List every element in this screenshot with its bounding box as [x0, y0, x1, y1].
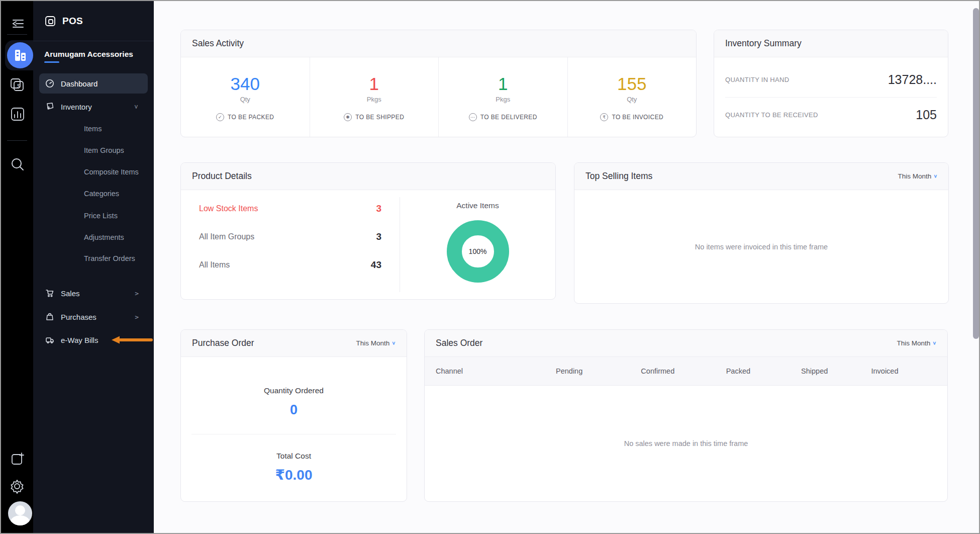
column-invoiced[interactable]: Invoiced [871, 367, 936, 375]
pd-value: 43 [371, 259, 381, 271]
app-rail: $ [1, 1, 33, 533]
stat-label: ₹TO BE INVOICED [600, 113, 663, 121]
pos-window-icon [44, 15, 56, 27]
stat-value: 155 [617, 74, 646, 94]
sidebar: POS Arumugam Accessories Dashboard Inven… [33, 1, 154, 533]
purchase-order-card: Purchase Order This Month> Quantity Orde… [180, 329, 407, 502]
shopping-bag-icon [45, 312, 54, 321]
svg-text:$: $ [17, 83, 20, 89]
collapse-sidebar-icon[interactable] [1, 17, 33, 30]
organization-underline [44, 61, 59, 63]
app-window: $ [0, 0, 980, 534]
dashboard-main: Sales Activity 340 Qty ✓TO BE PACKED 1 P… [154, 1, 980, 533]
sidebar-item-adjustments[interactable]: Adjustments [84, 233, 124, 241]
top-selling-title: Top Selling Items [585, 171, 652, 182]
sales-order-table-header: Channel Pending Confirmed Packed Shipped… [425, 357, 947, 386]
sidebar-item-categories[interactable]: Categories [84, 190, 119, 198]
truck-icon [45, 335, 54, 344]
stat-to-be-packed[interactable]: 340 Qty ✓TO BE PACKED [181, 57, 310, 137]
dashboard-icon [45, 79, 54, 88]
sales-order-card: Sales Order This Month> Channel Pending … [424, 329, 948, 502]
top-selling-empty-state: No items were invoiced in this time fram… [574, 190, 948, 303]
vertical-scrollbar-thumb[interactable] [973, 8, 979, 339]
column-packed[interactable]: Packed [726, 367, 801, 375]
inv-value: 105 [916, 108, 937, 122]
stat-unit: Pkgs [367, 96, 381, 103]
add-document-icon[interactable] [1, 452, 33, 467]
stat-to-be-invoiced[interactable]: 155 Qty ₹TO BE INVOICED [568, 57, 697, 137]
app-title: POS [62, 16, 83, 27]
sidebar-item-items[interactable]: Items [84, 125, 102, 133]
inventory-summary-title: Inventory Summary [725, 38, 802, 49]
stat-unit: Pkgs [496, 96, 510, 103]
sidebar-item-label: Inventory [61, 103, 92, 111]
stat-to-be-shipped[interactable]: 1 Pkgs ✱TO BE SHIPPED [310, 57, 439, 137]
inv-value: 13728.... [888, 72, 937, 87]
sidebar-item-composite-items[interactable]: Composite Items [84, 168, 139, 176]
all-item-groups-row[interactable]: All Item Groups 3 [199, 231, 381, 242]
sales-order-title: Sales Order [436, 338, 482, 348]
sales-order-empty-state: No sales were made in this time frame [425, 386, 947, 501]
pd-value: 3 [376, 203, 381, 214]
pos-app-icon[interactable] [7, 42, 33, 68]
pd-label: Low Stock Items [199, 204, 258, 213]
column-pending[interactable]: Pending [556, 367, 641, 375]
sales-activity-title: Sales Activity [192, 38, 244, 49]
quantity-ordered-label: Quantity Ordered [264, 386, 324, 395]
all-items-row[interactable]: All Items 43 [199, 259, 381, 271]
low-stock-items-row[interactable]: Low Stock Items 3 [199, 203, 381, 214]
shipped-circle-icon: ✱ [344, 113, 352, 121]
inventory-summary-card: Inventory Summary QUANTITY IN HAND 13728… [714, 30, 948, 137]
sidebar-item-purchases[interactable]: Purchases > [39, 307, 148, 327]
payments-cards-icon[interactable]: $ [1, 77, 33, 93]
reports-barchart-icon[interactable] [1, 107, 33, 123]
stat-unit: Qty [627, 96, 637, 103]
delivered-circle-icon: ⋯ [469, 113, 477, 121]
chevron-down-icon: > [133, 105, 141, 109]
divider [191, 434, 396, 434]
sidebar-item-transfer-orders[interactable]: Transfer Orders [84, 254, 135, 262]
purchase-order-filter-dropdown[interactable]: This Month> [356, 339, 396, 347]
chevron-right-icon: > [135, 313, 139, 321]
column-confirmed[interactable]: Confirmed [641, 367, 726, 375]
rail-divider [7, 140, 27, 141]
top-selling-items-card: Top Selling Items This Month> No items w… [574, 162, 949, 304]
check-circle-icon: ✓ [216, 113, 224, 121]
user-avatar[interactable] [8, 501, 32, 525]
sidebar-item-item-groups[interactable]: Item Groups [84, 146, 124, 154]
pd-label: All Item Groups [199, 232, 254, 241]
top-selling-filter-dropdown[interactable]: This Month> [898, 172, 937, 180]
inventory-box-icon [45, 102, 54, 111]
sidebar-item-dashboard[interactable]: Dashboard [39, 73, 148, 94]
chevron-down-icon: > [931, 341, 938, 345]
settings-gear-icon[interactable] [1, 478, 33, 495]
sales-order-filter-dropdown[interactable]: This Month> [897, 339, 936, 347]
pos-header: POS [33, 1, 154, 41]
sidebar-item-inventory[interactable]: Inventory > [39, 97, 148, 117]
chevron-down-icon: > [932, 174, 939, 178]
stat-label: ⋯TO BE DELIVERED [469, 113, 537, 121]
chevron-right-icon: > [135, 290, 139, 297]
total-cost-value[interactable]: ₹0.00 [275, 467, 313, 483]
stat-value: 1 [369, 74, 379, 94]
organization-name[interactable]: Arumugam Accessories [44, 50, 133, 59]
search-icon[interactable] [1, 157, 33, 173]
sidebar-item-price-lists[interactable]: Price Lists [84, 212, 118, 220]
sidebar-item-label: Dashboard [61, 79, 97, 88]
sidebar-item-sales[interactable]: Sales > [39, 283, 148, 303]
inv-label: QUANTITY IN HAND [725, 76, 789, 83]
sidebar-item-label: Purchases [61, 313, 96, 321]
column-channel[interactable]: Channel [436, 367, 556, 375]
stat-label: ✓TO BE PACKED [216, 113, 274, 121]
stat-to-be-delivered[interactable]: 1 Pkgs ⋯TO BE DELIVERED [439, 57, 568, 137]
quantity-ordered-value[interactable]: 0 [290, 402, 298, 418]
quantity-in-hand-row[interactable]: QUANTITY IN HAND 13728.... [714, 62, 948, 97]
active-items-donut-chart: 100% [447, 220, 509, 283]
quantity-to-be-received-row[interactable]: QUANTITY TO BE RECEIVED 105 [714, 98, 948, 132]
stat-label: ✱TO BE SHIPPED [344, 113, 404, 121]
pd-label: All Items [199, 260, 230, 270]
sidebar-item-label: Sales [61, 289, 80, 298]
invoiced-circle-icon: ₹ [600, 113, 608, 121]
rail-divider [7, 34, 27, 35]
column-shipped[interactable]: Shipped [801, 367, 871, 375]
